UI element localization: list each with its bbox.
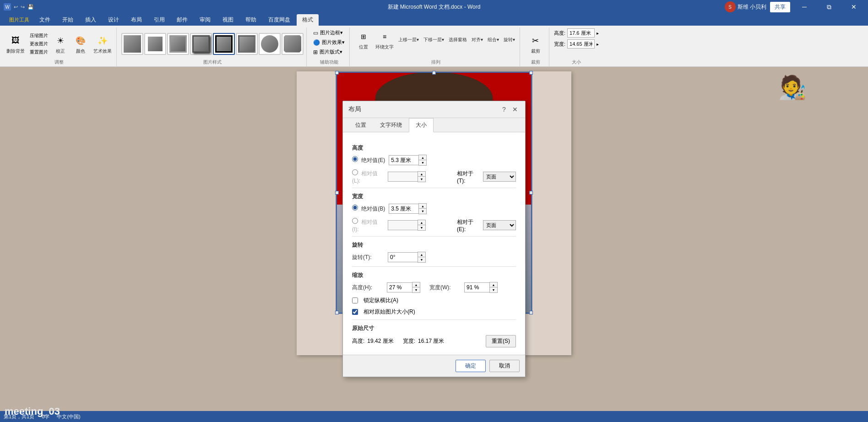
tab-ref[interactable]: 引用: [148, 14, 170, 26]
width-relative-radio[interactable]: [352, 218, 358, 224]
rotation-spin-up[interactable]: ▲: [418, 252, 425, 257]
scale-w-spin-up[interactable]: ▲: [490, 282, 497, 287]
tab-layout[interactable]: 布局: [125, 14, 147, 26]
rotation-input[interactable]: [388, 252, 418, 262]
scale-w-spin-down[interactable]: ▼: [490, 287, 497, 292]
compress-btn[interactable]: 压缩图片: [28, 32, 49, 39]
reset-pic-btn[interactable]: 重置图片: [28, 49, 49, 56]
width-relative-of-select[interactable]: 页面 边距: [483, 220, 516, 230]
scale-width-input[interactable]: [464, 282, 489, 292]
width-absolute-radio[interactable]: [352, 205, 358, 211]
height-rel-spin-down[interactable]: ▼: [418, 177, 425, 182]
close-button[interactable]: ✕: [843, 0, 864, 14]
height-absolute-radio[interactable]: [352, 156, 358, 162]
height-spin-up[interactable]: ▲: [419, 155, 426, 160]
width-rel-spin-down[interactable]: ▼: [418, 225, 425, 230]
tab-baidu[interactable]: 百度网盘: [263, 14, 296, 26]
scale-h-spin-down[interactable]: ▼: [412, 287, 420, 292]
pic-style-3[interactable]: [167, 33, 189, 55]
pic-effect-btn[interactable]: 🔵 图片效果▾: [311, 38, 347, 47]
pic-style-6[interactable]: [236, 33, 258, 55]
cancel-button[interactable]: 取消: [489, 360, 520, 372]
select-pane-btn[interactable]: 选择窗格: [447, 36, 469, 44]
lock-aspect-checkbox[interactable]: [352, 298, 358, 303]
pic-style-2[interactable]: [144, 33, 166, 55]
dialog-close-button[interactable]: ✕: [510, 105, 520, 114]
align-btn[interactable]: 对齐▾: [470, 36, 485, 44]
height-relative-input[interactable]: [388, 172, 418, 182]
minimize-button[interactable]: ─: [794, 0, 815, 14]
height-relative-of-select[interactable]: 页面 边距: [483, 172, 516, 182]
title-bar-right: S 斯维 小贝利 共享 ─ ⧉ ✕: [725, 0, 864, 14]
height-expand[interactable]: ▸: [597, 31, 599, 36]
scale-h-spin-up[interactable]: ▲: [412, 282, 420, 287]
height-relative-radio[interactable]: [352, 169, 358, 175]
tab-mail[interactable]: 邮件: [171, 14, 193, 26]
height-spin-down[interactable]: ▼: [419, 160, 426, 165]
original-height-group: 高度: 19.42 厘米: [352, 337, 394, 345]
width-expand[interactable]: ▸: [597, 42, 599, 47]
width-rel-spin-up[interactable]: ▲: [418, 220, 425, 225]
width-absolute-input-group: ▲ ▼: [389, 203, 427, 214]
rotation-spin-down[interactable]: ▼: [418, 257, 425, 262]
save-icon[interactable]: 💾: [27, 4, 34, 10]
width-input[interactable]: [567, 39, 595, 49]
divider-2: [352, 236, 516, 237]
width-spin-up[interactable]: ▲: [419, 204, 426, 209]
scale-height-label: 高度(H):: [352, 284, 384, 292]
tab-file[interactable]: 文件: [34, 14, 56, 26]
change-pic-btn[interactable]: 更改图片: [28, 40, 49, 48]
restore-button[interactable]: ⧉: [819, 0, 840, 14]
tab-position[interactable]: 位置: [348, 118, 373, 132]
redo-icon[interactable]: ↪: [21, 4, 25, 10]
wrap-text-btn[interactable]: ≡ 环绕文字: [374, 28, 396, 51]
layout-dialog: 布局 ? ✕ 位置 文字环绕 大小 高度: [342, 101, 526, 377]
height-input[interactable]: [567, 28, 595, 38]
dialog-help-button[interactable]: ?: [499, 105, 509, 114]
tab-design[interactable]: 设计: [103, 14, 125, 26]
remove-bg-button[interactable]: 🖼 删除背景: [5, 32, 27, 55]
width-absolute-input[interactable]: [389, 204, 418, 214]
width-spin-down[interactable]: ▼: [419, 209, 426, 214]
crop-button[interactable]: ✂ 裁剪: [526, 32, 545, 55]
relative-size-checkbox[interactable]: [352, 309, 358, 315]
tab-home[interactable]: 开始: [57, 14, 79, 26]
undo-icon[interactable]: ↩: [14, 4, 18, 10]
pic-style-7[interactable]: [259, 33, 281, 55]
position-btn[interactable]: ⊞ 位置: [354, 28, 373, 51]
reset-button[interactable]: 重置(S): [486, 335, 516, 347]
lock-aspect-label: 锁定纵横比(A): [363, 297, 398, 304]
height-absolute-input[interactable]: [389, 155, 418, 165]
pic-style-8[interactable]: [282, 33, 304, 55]
tab-review[interactable]: 审阅: [194, 14, 216, 26]
pic-styles-content: [121, 28, 304, 59]
align-label: 对齐▾: [472, 37, 483, 43]
tab-size[interactable]: 大小: [409, 118, 434, 132]
tab-view[interactable]: 视图: [217, 14, 239, 26]
art-effect-button[interactable]: ✨ 艺术效果: [92, 32, 114, 55]
rotate-btn[interactable]: 旋转▾: [502, 36, 517, 44]
pic-layout-icon: ⊞: [313, 49, 318, 55]
height-relative-row: 相对值(L): ▲ ▼ 相对于(T): 页面 边距: [352, 169, 516, 184]
ok-button[interactable]: 确定: [456, 360, 486, 372]
pic-layout-btn[interactable]: ⊞ 图片版式▾: [311, 48, 344, 56]
position-label: 位置: [359, 44, 368, 50]
tab-insert[interactable]: 插入: [80, 14, 102, 26]
tab-text-wrap[interactable]: 文字环绕: [373, 118, 409, 132]
width-relative-input[interactable]: [388, 220, 418, 230]
tab-format[interactable]: 格式: [297, 14, 319, 26]
width-relative-input-group: ▲ ▼: [388, 220, 426, 231]
height-rel-spin-up[interactable]: ▲: [418, 172, 425, 177]
pic-style-1[interactable]: [121, 33, 143, 55]
share-button[interactable]: 共享: [770, 2, 790, 12]
move-up-btn[interactable]: 上移一层▾: [396, 36, 421, 44]
pic-style-4[interactable]: [190, 33, 212, 55]
group-btn[interactable]: 组合▾: [486, 36, 501, 44]
color-button[interactable]: 🎨 颜色: [71, 32, 90, 55]
pic-style-5[interactable]: [213, 33, 235, 55]
scale-height-input[interactable]: [387, 282, 412, 292]
tab-help[interactable]: 帮助: [240, 14, 262, 26]
move-down-btn[interactable]: 下移一层▾: [422, 36, 446, 44]
correction-button[interactable]: ☀ 校正: [51, 32, 70, 55]
pic-border-btn[interactable]: ▭ 图片边框▾: [311, 28, 345, 37]
